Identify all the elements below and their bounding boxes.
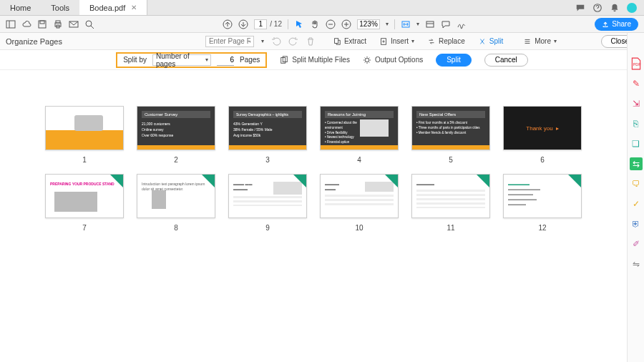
tab-file[interactable]: Bodea.pdf ✕ [79,0,147,15]
split-by-label: Split by [123,56,147,64]
organize-title: Organize Pages [6,37,62,46]
split-multiple-button[interactable]: Split Multiple Files [280,56,350,64]
page-thumb-9[interactable]: ▬▬▬ ▬▬▬▬▬▬ 9 [228,174,307,232]
extract-button[interactable]: Extract [330,35,369,48]
hand-icon[interactable] [310,19,320,29]
fit-width-icon[interactable] [401,19,411,29]
rail-comment-icon[interactable]: 🗨 [630,177,643,190]
read-mode-icon[interactable] [425,19,435,29]
rotate-cw-icon[interactable] [288,36,298,47]
rotate-ccw-icon[interactable] [271,36,281,47]
svg-text:PDF: PDF [633,62,641,67]
page-thumb-6[interactable]: Thank you▸ 6 [503,106,582,164]
page-down-icon[interactable] [238,19,248,29]
zoom-caret-icon[interactable]: ▾ [386,21,389,27]
bell-icon[interactable] [610,3,620,13]
svg-rect-19 [426,21,434,27]
save-icon[interactable] [37,19,47,29]
insert-button[interactable]: Insert▾ [376,35,417,48]
page-thumb-4[interactable]: Reasons for Joining• Concerned about the… [320,106,399,164]
svg-rect-6 [56,21,60,23]
page-thumb-3[interactable]: Survey Demographics – ighlights43% Gener… [228,106,307,164]
cloud-icon[interactable] [21,19,31,29]
split-button[interactable]: Split [475,35,506,48]
rail-combine-icon[interactable]: ❏ [630,137,643,150]
print-icon[interactable] [53,19,63,29]
svg-rect-28 [281,57,286,63]
share-label: Share [612,20,631,28]
zoom-input[interactable] [357,19,380,29]
rail-compare-icon[interactable]: ⇋ [630,258,643,270]
svg-rect-21 [334,38,338,43]
rail-export-icon[interactable]: ⇲ [630,97,643,110]
fit-caret-icon[interactable]: ▾ [416,21,419,27]
rail-stamp-icon[interactable]: ✓ [630,197,643,210]
zoom-out-icon[interactable] [326,19,336,29]
page-thumb-12[interactable]: ▬▬▬▬▬▬▬▬▬▬▬▬▬▬▬▬▬▬▬▬▬▬▬▬▬▬▬▬▬▬▬▬▬▬▬ 12 [503,174,582,232]
rail-edit-icon[interactable]: ✎ [630,77,643,90]
page-range-input[interactable] [205,36,254,47]
page-thumb-10[interactable]: ▬▬▬▬▬▬▬ 10 [320,174,399,232]
trash-icon[interactable] [306,36,316,47]
page-thumb-2[interactable]: Customer Survey21,000 customersOnline su… [137,106,215,164]
more-button[interactable]: More▾ [520,35,560,48]
output-options-button[interactable]: Output Options [363,56,423,64]
sidebar-icon[interactable] [6,19,16,29]
page-thumb-1[interactable]: 1 [45,106,124,164]
help-icon[interactable] [592,3,602,13]
page-thumb-7[interactable]: PREPARING YOUR PRODUCE STAND 7 [45,174,124,232]
split-options-bar: Split by Number of pages▾ Pages Split Mu… [0,50,644,70]
pointer-icon[interactable] [294,19,304,29]
rail-fill-icon[interactable]: ✐ [630,238,643,250]
svg-point-9 [86,21,92,26]
tools-rail: PDF ✎ ⇲ ⎘ ❏ ⇆ 🗨 ✓ ⛨ ✐ ⇋ [627,33,644,362]
replace-button[interactable]: Replace [424,35,468,48]
rail-pdf-icon[interactable]: PDF [630,57,643,70]
share-button[interactable]: Share [595,18,638,31]
sign-icon[interactable] [457,19,467,29]
range-caret-icon[interactable]: ▾ [261,38,264,44]
split-count-input[interactable] [217,54,234,66]
tab-tools[interactable]: Tools [41,0,79,15]
split-cancel-button[interactable]: Cancel [484,54,528,67]
split-pages-label: Pages [240,56,260,64]
tab-file-label: Bodea.pdf [89,4,125,12]
svg-rect-4 [40,21,44,24]
tab-close-icon[interactable]: ✕ [131,4,137,11]
svg-point-30 [365,58,369,62]
avatar[interactable] [627,3,637,13]
page-total: / 12 [270,20,282,28]
svg-rect-29 [283,56,288,62]
page-thumb-5[interactable]: New Special Offers• First four months at… [411,106,490,164]
split-confirm-button[interactable]: Split [436,54,471,67]
main-toolbar: / 12 ▾ ▾ Share [0,16,644,33]
page-current-input[interactable] [254,19,267,29]
svg-rect-1 [6,21,15,28]
tab-home[interactable]: Home [0,0,41,15]
zoom-in-icon[interactable] [341,19,351,29]
page-thumb-8[interactable]: Introduction text paragraph lorem ipsum … [137,174,215,232]
comment-tool-icon[interactable] [441,19,451,29]
chat-icon[interactable] [575,3,585,13]
tab-bar: Home Tools Bodea.pdf ✕ [0,0,644,16]
split-by-group: Split by Number of pages▾ Pages [116,52,267,68]
page-indicator: / 12 [254,19,282,29]
rail-protect-icon[interactable]: ⛨ [630,217,643,230]
thumbnails-area: 1 Customer Survey21,000 customersOnline … [0,70,627,362]
split-by-dropdown[interactable]: Number of pages▾ [152,54,211,66]
mail-icon[interactable] [69,19,79,29]
svg-line-10 [91,26,94,29]
search-icon[interactable] [84,19,94,29]
rail-create-icon[interactable]: ⎘ [630,117,643,130]
organize-bar: Organize Pages ▾ Extract Insert▾ Replace… [0,33,644,50]
rail-organize-icon[interactable]: ⇆ [630,157,643,170]
page-up-icon[interactable] [223,19,233,29]
page-thumb-11[interactable]: ▬▬▬▬▬ 11 [411,174,490,232]
